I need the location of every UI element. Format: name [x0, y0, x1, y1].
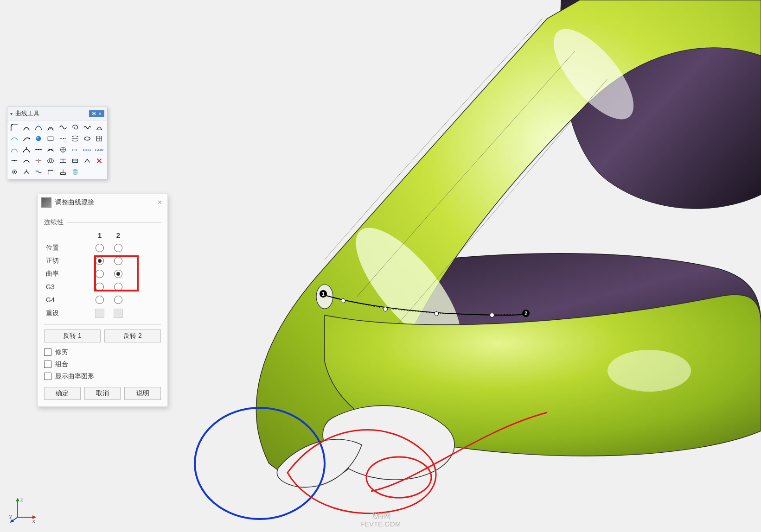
join-checkbox[interactable]	[44, 361, 51, 368]
tool-offset-loose-icon[interactable]	[9, 133, 19, 144]
tool-split-icon[interactable]	[33, 156, 44, 166]
trim-check-row: 修剪	[44, 348, 161, 356]
close-icon[interactable]: ×	[156, 198, 164, 207]
continuity-g4-1-radio[interactable]	[96, 296, 104, 304]
tool-section-icon[interactable]	[94, 122, 104, 133]
continuity-curvature-2-radio[interactable]	[114, 270, 122, 278]
tool-rebuild-icon[interactable]	[45, 145, 56, 155]
collapse-caret-icon[interactable]: ▾	[10, 111, 13, 116]
tool-blend-icon[interactable]	[33, 122, 44, 133]
divider	[44, 324, 161, 325]
continuity-position-2-radio[interactable]	[114, 244, 122, 252]
join-check-row: 组合	[44, 360, 161, 368]
tool-silhouette-icon[interactable]	[82, 133, 92, 144]
svg-point-13	[29, 151, 30, 152]
blend-control-point[interactable]	[383, 307, 388, 311]
continuity-g4-2-radio[interactable]	[114, 296, 122, 304]
svg-point-2	[608, 350, 691, 392]
svg-marker-31	[16, 498, 19, 501]
flip-1-button[interactable]: 反转 1	[44, 329, 101, 342]
flip-2-button[interactable]: 反转 2	[104, 329, 161, 342]
continuity-g3-1-radio[interactable]	[96, 283, 104, 291]
blend-control-point[interactable]	[490, 313, 494, 317]
tool-spiral-icon[interactable]	[70, 122, 80, 133]
close-icon[interactable]: ×	[99, 111, 102, 116]
tool-cage-icon[interactable]	[94, 133, 104, 144]
tool-sweep-icon[interactable]	[9, 145, 19, 155]
tool-arc-icon[interactable]	[21, 122, 32, 133]
help-button[interactable]: 说明	[124, 387, 161, 400]
blend-control-point[interactable]	[341, 298, 345, 303]
tool-project-icon[interactable]	[58, 156, 68, 166]
row-g3-label: G3	[44, 283, 55, 291]
adjust-curve-blend-dialog[interactable]: 调整曲线混接 × 连续性 1 2 位置 正切 曲率 G3 G4 重设	[37, 194, 168, 407]
tool-intersect-icon[interactable]	[45, 156, 56, 166]
flip-buttons-row: 反转 1 反转 2	[44, 329, 161, 342]
tool-loft-icon[interactable]	[45, 133, 56, 144]
curve-endpoint-marker-2[interactable]: 2	[522, 310, 530, 317]
column-1-header: 1	[98, 231, 102, 239]
trim-checkbox[interactable]	[44, 348, 51, 356]
tool-cap-icon[interactable]	[9, 167, 19, 177]
tool-iso-icon[interactable]	[70, 156, 80, 166]
svg-point-16	[40, 149, 42, 151]
tool-knot-icon[interactable]	[33, 145, 44, 155]
tool-sphere-icon[interactable]	[33, 133, 44, 144]
svg-point-7	[36, 136, 41, 141]
blend-control-point[interactable]	[434, 311, 439, 316]
tool-corner-icon[interactable]	[45, 167, 56, 177]
section-continuity-label: 连续性	[44, 218, 161, 227]
curve-endpoint-marker-1[interactable]: 1	[320, 290, 327, 298]
tool-delete-x-icon[interactable]	[94, 156, 104, 166]
tool-deg-icon[interactable]: DEG	[82, 145, 92, 155]
continuity-g3-2-radio[interactable]	[114, 283, 122, 291]
marker-label: 2	[524, 311, 527, 316]
join-label: 组合	[55, 360, 68, 368]
ok-button[interactable]: 确定	[44, 387, 81, 400]
cancel-button[interactable]: 取消	[84, 387, 121, 400]
column-2-header: 2	[116, 231, 120, 239]
svg-point-29	[73, 173, 77, 175]
dialog-title: 调整曲线混接	[55, 198, 156, 207]
gear-icon[interactable]: ✻	[92, 111, 96, 116]
curve-tools-toolbar[interactable]: ▾ 曲线工具 ✻ × FIT DEG FAIR	[7, 107, 108, 179]
tool-fillet-icon[interactable]	[9, 122, 19, 133]
tool-curve-deg-icon[interactable]	[58, 122, 68, 133]
tool-fit-icon[interactable]: FIT	[70, 145, 80, 155]
tool-cylinder-icon[interactable]	[70, 167, 80, 177]
tool-redirect-icon[interactable]	[21, 167, 32, 177]
reset-1-button[interactable]	[95, 309, 104, 318]
row-reset-label: 重设	[44, 309, 59, 317]
svg-point-6	[29, 138, 30, 139]
svg-rect-26	[60, 173, 65, 175]
dialog-header[interactable]: 调整曲线混接 ×	[38, 194, 167, 211]
tool-tween-icon[interactable]	[70, 133, 80, 144]
svg-point-25	[13, 171, 15, 173]
tool-flatten-icon[interactable]	[58, 167, 68, 177]
show-curvature-checkbox[interactable]	[44, 373, 51, 380]
show-curvature-check-row: 显示曲率图形	[44, 372, 161, 380]
tool-wave-icon[interactable]	[82, 122, 92, 133]
tool-pullback-icon[interactable]	[82, 156, 92, 166]
svg-point-12	[26, 147, 27, 149]
continuity-tangent-2-radio[interactable]	[114, 257, 122, 265]
continuity-position-1-radio[interactable]	[96, 244, 104, 252]
tool-adjust-icon[interactable]	[58, 145, 68, 155]
show-curvature-label: 显示曲率图形	[55, 372, 94, 380]
tool-match-icon[interactable]	[9, 156, 19, 166]
continuity-curvature-1-radio[interactable]	[96, 270, 104, 278]
dialog-app-icon	[41, 197, 51, 208]
tool-dashed-icon[interactable]	[58, 133, 68, 144]
tool-connect-icon[interactable]	[33, 167, 44, 177]
continuity-tangent-1-radio[interactable]	[96, 257, 104, 265]
row-curvature-label: 曲率	[44, 270, 59, 278]
reset-2-button[interactable]	[114, 309, 123, 318]
toolbar-header[interactable]: ▾ 曲线工具 ✻ ×	[7, 107, 107, 120]
axis-gizmo[interactable]: z x y	[9, 496, 37, 524]
tool-edit-pt-icon[interactable]	[21, 145, 32, 155]
watermark: 飞特网 FEVTE.COM	[360, 512, 401, 528]
tool-extend-icon[interactable]	[21, 133, 32, 144]
tool-offset-icon[interactable]	[45, 122, 56, 133]
tool-fair-icon[interactable]: FAIR	[94, 145, 104, 155]
tool-c2-icon[interactable]	[21, 156, 32, 166]
